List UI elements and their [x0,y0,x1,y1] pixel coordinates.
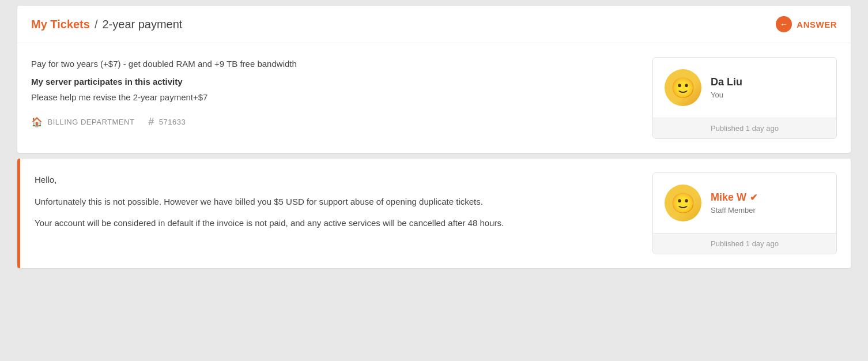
my-tickets-link[interactable]: My Tickets [31,18,90,31]
answer-button[interactable]: ← ANSWER [776,16,837,32]
ticket-body-1: Pay for two years (+$7) - get doubled RA… [17,43,851,153]
author-details-1: Da Liu You [711,76,742,99]
ticket-request-text: Please help me revise the 2-year payment… [31,92,635,102]
ticket-number-meta: # 571633 [148,116,186,128]
author-card-2: 🙂 Mike W ✔ Staff Member Published 1 day … [652,172,837,254]
avatar-1: 🙂 [665,69,701,106]
reply-paragraph1: Unfortunately this is not possible. Howe… [35,194,635,209]
avatar-2: 🙂 [665,185,701,221]
ticket-card-1: My Tickets / 2-year payment ← ANSWER Pay… [17,6,851,153]
author-name-2: Mike W ✔ [711,191,757,204]
breadcrumb-current: 2-year payment [102,18,182,31]
reply-card: Hello, Unfortunately this is not possibl… [17,159,851,268]
answer-label: ANSWER [797,20,837,29]
breadcrumb: My Tickets / 2-year payment [31,18,182,31]
ticket-description: Pay for two years (+$7) - get doubled RA… [31,57,635,71]
published-bar-1: Published 1 day ago [653,118,836,138]
avatar-emoji-1: 🙂 [671,76,695,99]
reply-greeting: Hello, [35,172,635,187]
page-wrapper: My Tickets / 2-year payment ← ANSWER Pay… [0,0,868,274]
published-text-1: Published 1 day ago [711,124,779,133]
ticket-number: 571633 [159,118,186,126]
ticket-bold-text: My server participates in this activity [31,77,635,87]
ticket-content-1: Pay for two years (+$7) - get doubled RA… [31,57,635,139]
author-details-2: Mike W ✔ Staff Member [711,191,757,215]
breadcrumb-separator: / [95,18,98,31]
reply-paragraph2: Your account will be considered in defau… [35,216,635,231]
published-text-2: Published 1 day ago [711,239,779,248]
department-meta: 🏠 BILLING DEPARTMENT [31,116,134,127]
house-icon: 🏠 [31,116,43,127]
author-name-1: Da Liu [711,76,742,88]
department-label: BILLING DEPARTMENT [48,118,135,126]
ticket-header: My Tickets / 2-year payment ← ANSWER [17,6,851,43]
author-card-1: 🙂 Da Liu You Published 1 day ago [652,57,837,139]
author-info-2: 🙂 Mike W ✔ Staff Member [653,173,836,233]
reply-body: Hello, Unfortunately this is not possibl… [17,159,851,268]
hash-icon: # [148,116,154,128]
author-role-2: Staff Member [711,206,757,215]
published-bar-2: Published 1 day ago [653,233,836,254]
author-role-1: You [711,91,742,99]
reply-content: Hello, Unfortunately this is not possibl… [35,172,635,254]
answer-icon: ← [776,16,792,32]
author-info-1: 🙂 Da Liu You [653,58,836,118]
ticket-meta: 🏠 BILLING DEPARTMENT # 571633 [31,116,635,128]
avatar-emoji-2: 🙂 [671,191,695,215]
reply-accent [17,159,20,268]
verified-icon: ✔ [750,192,757,203]
